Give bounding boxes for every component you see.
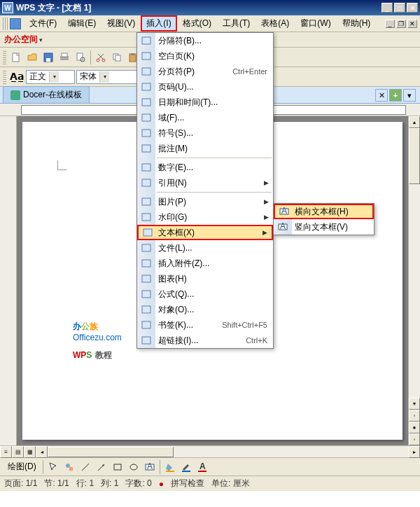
close-button[interactable]: ✕ (407, 3, 418, 13)
menu-tools[interactable]: 工具(T) (217, 15, 255, 32)
menu-item-object[interactable]: 对象(O)... (137, 302, 273, 317)
menu-item-label: 公式(Q)... (158, 289, 273, 300)
drawing-menu[interactable]: 绘图(D) (4, 461, 41, 473)
vertical-scrollbar[interactable]: ▴ ▾ ◦ ● ◦ (408, 116, 420, 445)
print-preview-button[interactable] (73, 50, 88, 65)
view-page-button[interactable]: ▦ (24, 446, 36, 458)
menu-item-bookmark[interactable]: 书签(K)...Shift+Ctrl+F5 (137, 317, 273, 333)
menu-item-number[interactable]: 数字(E)... (137, 160, 273, 175)
watermark-icon (140, 211, 153, 223)
scroll-track[interactable] (409, 128, 420, 398)
doc-close-button[interactable]: ✕ (407, 20, 417, 28)
new-doc-button[interactable] (8, 50, 24, 65)
menu-item-chart[interactable]: 图表(H) (137, 271, 273, 286)
menu-item-symbol[interactable]: 符号(S)... (137, 125, 273, 141)
font-combo[interactable]: 宋体 ▾ (76, 70, 139, 84)
menu-item-blank[interactable]: 空白页(K) (137, 48, 273, 64)
rectangle-button[interactable] (110, 459, 125, 475)
browse-object-button[interactable]: ● (409, 422, 420, 433)
submenu-item-textbox-h[interactable]: A横向文本框(H) (274, 204, 374, 219)
app-icon: W (2, 2, 13, 13)
chevron-down-icon[interactable]: ▾ (49, 71, 59, 83)
select-button[interactable] (46, 459, 61, 475)
font-color-button[interactable]: A (195, 459, 210, 475)
menu-view[interactable]: 视图(V) (102, 15, 141, 32)
menu-item-pagenum[interactable]: 页码(U)... (137, 79, 273, 95)
menu-file[interactable]: 文件(F) (24, 15, 62, 32)
window-title: WPS 文字 - [文档 1] (16, 2, 382, 14)
line-button[interactable] (78, 459, 93, 475)
scroll-right-button[interactable]: ▸ (408, 446, 420, 458)
status-unit[interactable]: 单位: 厘米 (211, 478, 250, 489)
scroll-up-button[interactable]: ▴ (409, 116, 420, 128)
open-button[interactable] (24, 50, 40, 65)
textbox-button[interactable]: A (142, 459, 158, 475)
menu-window[interactable]: 窗口(W) (295, 15, 336, 32)
submenu-item-textbox-v[interactable]: A竖向文本框(V) (274, 219, 374, 235)
scroll-thumb-h[interactable] (48, 447, 174, 457)
minimize-button[interactable]: _ (382, 3, 393, 13)
prev-page-button[interactable]: ◦ (409, 410, 420, 422)
menu-item-field[interactable]: 域(F)... (137, 110, 273, 125)
menu-edit[interactable]: 编辑(E) (62, 15, 102, 32)
menu-item-label: 文本框(X) (158, 227, 272, 239)
vertical-ruler[interactable] (0, 116, 17, 445)
menu-item-formula[interactable]: 公式(Q)... (137, 286, 273, 302)
format-style-button[interactable]: A̲a̲ (9, 69, 24, 85)
print-button[interactable] (57, 50, 72, 65)
menu-item-label: 文件(L)... (158, 242, 273, 254)
chevron-down-icon[interactable]: ▾ (99, 71, 109, 83)
menu-help[interactable]: 帮助(H) (337, 15, 377, 32)
horizontal-scrollbar[interactable]: ≡ ▤ ▦ ◂ ▸ (0, 445, 420, 457)
cut-button[interactable] (93, 50, 108, 65)
menu-item-pagebreak[interactable]: 分页符(P)Ctrl+Enter (137, 64, 273, 79)
hyperlink-icon (140, 334, 153, 347)
svg-rect-0 (13, 53, 19, 62)
svg-rect-2 (46, 58, 50, 62)
svg-rect-33 (142, 130, 150, 137)
menu-item-file[interactable]: 文件(L)... (137, 240, 273, 256)
scroll-down-button[interactable]: ▾ (409, 398, 420, 410)
workspace-label[interactable]: 办公空间 (4, 34, 38, 46)
scroll-track-h[interactable] (48, 446, 408, 457)
autoshapes-button[interactable] (62, 459, 77, 475)
menu-table[interactable]: 表格(A) (255, 15, 295, 32)
view-normal-button[interactable]: ≡ (0, 446, 12, 458)
view-outline-button[interactable]: ▤ (12, 446, 24, 458)
menu-item-textbox[interactable]: 文本框(X)▶ (137, 225, 273, 240)
tab-menu-button[interactable]: ▾ (403, 89, 416, 102)
menu-item-watermark[interactable]: 水印(G)▶ (137, 209, 273, 225)
menu-item-datetime[interactable]: 日期和时间(T)... (137, 95, 273, 110)
scroll-left-button[interactable]: ◂ (36, 446, 48, 458)
arrow-button[interactable] (94, 459, 109, 475)
doc-minimize-button[interactable]: _ (385, 20, 395, 28)
chart-icon (140, 272, 153, 285)
line-color-button[interactable] (178, 459, 194, 475)
separator (43, 460, 43, 474)
menu-item-reference[interactable]: 引用(N)▶ (137, 175, 273, 190)
svg-rect-31 (142, 99, 150, 106)
status-col: 列: 1 (101, 478, 118, 489)
menu-item-picture[interactable]: 图片(P)▶ (137, 194, 273, 209)
status-spell[interactable]: 拼写检查 (171, 478, 204, 489)
menu-item-sep[interactable]: 分隔符(B)... (137, 33, 273, 48)
doc-restore-button[interactable]: ❐ (396, 20, 406, 28)
chevron-down-icon[interactable]: ▾ (39, 36, 43, 43)
scroll-thumb[interactable] (409, 128, 420, 184)
copy-button[interactable] (109, 50, 125, 65)
menu-insert[interactable]: 插入(I) (141, 15, 176, 32)
next-page-button[interactable]: ◦ (409, 433, 420, 445)
tab-docer-template[interactable]: Docer-在线模板 (3, 86, 90, 103)
oval-button[interactable] (126, 459, 141, 475)
maximize-button[interactable]: □ (394, 3, 405, 13)
save-button[interactable] (41, 50, 56, 65)
menu-item-comment[interactable]: 批注(M) (137, 141, 273, 156)
fill-color-button[interactable] (162, 459, 178, 475)
tab-close-button[interactable]: ✕ (375, 89, 388, 102)
menu-format[interactable]: 格式(O) (177, 15, 217, 32)
tab-add-button[interactable]: + (389, 89, 402, 102)
menu-item-hyperlink[interactable]: 超链接(I)...Ctrl+K (137, 333, 273, 348)
grip-icon (3, 70, 6, 84)
menu-item-attachment[interactable]: 插入附件(Z)... (137, 256, 273, 271)
style-combo[interactable]: 正文 ▾ (26, 70, 75, 84)
